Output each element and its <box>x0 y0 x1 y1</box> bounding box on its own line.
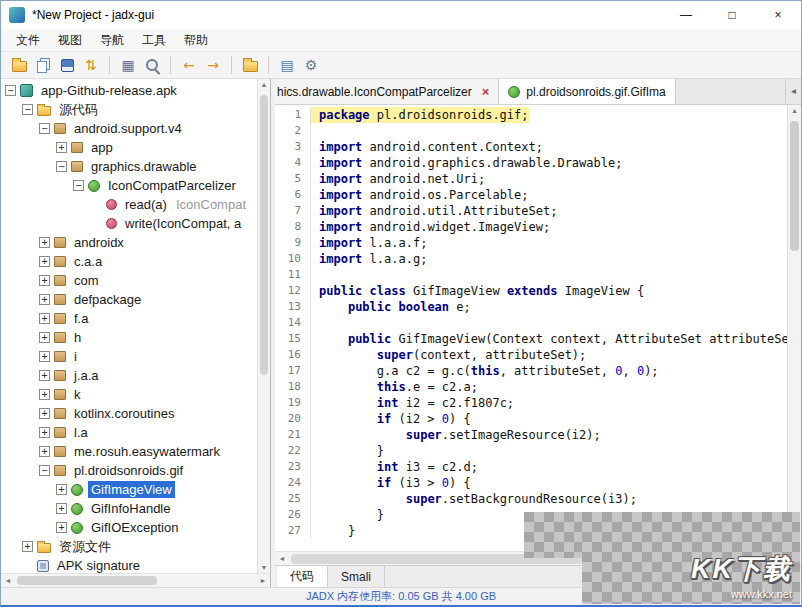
code-line[interactable]: 8import android.widget.ImageView; <box>275 219 787 235</box>
code-line[interactable]: 14 <box>275 315 787 331</box>
tree-expander-icon[interactable]: + <box>22 541 33 552</box>
tree-expander-icon[interactable]: + <box>39 256 50 267</box>
tree-horizontal-scrollbar[interactable]: ◄ ► <box>1 573 270 587</box>
minimize-button[interactable]: — <box>663 1 709 29</box>
scroll-down-icon[interactable]: ▼ <box>258 564 270 571</box>
menu-item-3[interactable]: 工具 <box>133 30 175 51</box>
tree-vscroll-thumb[interactable] <box>260 95 268 375</box>
scroll-right-icon[interactable]: ► <box>256 574 270 587</box>
tree-expander-icon[interactable]: + <box>39 294 50 305</box>
tree-expander-icon[interactable]: + <box>56 503 67 514</box>
tree-expander-icon[interactable]: + <box>39 446 50 457</box>
code-line[interactable]: 12public class GifImageView extends Imag… <box>275 283 787 299</box>
code-line[interactable]: 18 this.e = c2.a; <box>275 379 787 395</box>
scroll-left-icon[interactable]: ◄ <box>1 574 15 587</box>
tree-row[interactable]: +l.a <box>1 423 257 442</box>
tree-row[interactable]: +app <box>1 138 257 157</box>
code-line[interactable]: 22 } <box>275 443 787 459</box>
code-line[interactable]: 20 if (i2 > 0) { <box>275 411 787 427</box>
tree-expander-icon[interactable]: + <box>56 142 67 153</box>
tree-expander-icon[interactable]: − <box>39 123 50 134</box>
tree-row[interactable]: +h <box>1 328 257 347</box>
scroll-up-icon[interactable]: ▲ <box>258 81 270 88</box>
tree-expander-icon[interactable]: − <box>22 104 33 115</box>
tree-row[interactable]: −pl.droidsonroids.gif <box>1 461 257 480</box>
tree-row[interactable]: write(IconCompat, a <box>1 214 257 233</box>
tree-expander-icon[interactable]: − <box>39 465 50 476</box>
tree-row[interactable]: +i <box>1 347 257 366</box>
tree-expander-icon[interactable]: − <box>56 161 67 172</box>
code-line[interactable]: 23 int i3 = c2.d; <box>275 459 787 475</box>
tree-row[interactable]: +j.a.a <box>1 366 257 385</box>
code-line[interactable]: 15 public GifImageView(Context context, … <box>275 331 787 347</box>
forward-button[interactable]: → <box>201 54 225 76</box>
tree-expander-icon[interactable]: + <box>56 484 67 495</box>
tree-row[interactable]: −IconCompatParcelizer <box>1 176 257 195</box>
code-line[interactable]: 13 public boolean e; <box>275 299 787 315</box>
code-line[interactable]: 16 super(context, attributeSet); <box>275 347 787 363</box>
tree-expander-icon[interactable]: − <box>73 180 84 191</box>
code-line[interactable]: 19 int i2 = c2.f1807c; <box>275 395 787 411</box>
back-button[interactable]: ← <box>177 54 201 76</box>
code-line[interactable]: 25 super.setBackgroundResource(i3); <box>275 491 787 507</box>
scroll-up-icon[interactable]: ▲ <box>788 107 801 114</box>
log-viewer-button[interactable]: ▤ <box>275 54 299 76</box>
tree-hscroll-thumb[interactable] <box>17 576 157 585</box>
menu-item-2[interactable]: 导航 <box>91 30 133 51</box>
tree-row[interactable]: +GifIOException <box>1 518 257 537</box>
tree-row[interactable]: −app-Github-release.apk <box>1 81 257 100</box>
tree-row[interactable]: +k <box>1 385 257 404</box>
tree-expander-icon[interactable]: − <box>5 85 16 96</box>
code-line[interactable]: 9import l.a.a.f; <box>275 235 787 251</box>
maximize-button[interactable]: □ <box>709 1 755 29</box>
text-search-button[interactable] <box>140 54 164 76</box>
tree-expander-icon[interactable]: + <box>39 408 50 419</box>
close-button[interactable]: × <box>755 1 801 29</box>
code-line[interactable]: 10import l.a.a.g; <box>275 251 787 267</box>
tree-row[interactable]: +资源文件 <box>1 537 257 556</box>
tree-expander-icon[interactable]: + <box>39 275 50 286</box>
tree-row[interactable]: −graphics.drawable <box>1 157 257 176</box>
tree-row[interactable]: +kotlinx.coroutines <box>1 404 257 423</box>
tree-expander-icon[interactable]: + <box>39 389 50 400</box>
tree-row[interactable]: +com <box>1 271 257 290</box>
tree-row[interactable]: −android.support.v4 <box>1 119 257 138</box>
tree-row[interactable]: +defpackage <box>1 290 257 309</box>
menu-item-4[interactable]: 帮助 <box>175 30 217 51</box>
deobfuscation-button[interactable]: ▦ <box>116 54 140 76</box>
code-area[interactable]: 1package pl.droidsonroids.gif;23import a… <box>275 105 787 551</box>
save-all-button[interactable] <box>55 54 79 76</box>
tree-expander-icon[interactable]: + <box>39 313 50 324</box>
code-line[interactable]: 21 super.setImageResource(i2); <box>275 427 787 443</box>
code-line[interactable]: 17 g.a c2 = g.c(this, attributeSet, 0, 0… <box>275 363 787 379</box>
bottom-tab-0[interactable]: 代码 <box>277 566 328 587</box>
tree-row[interactable]: +GifImageView <box>1 480 257 499</box>
editor-vertical-scrollbar[interactable]: ▲ ▼ <box>787 105 801 551</box>
menu-item-1[interactable]: 视图 <box>49 30 91 51</box>
scroll-left-icon[interactable]: ◄ <box>275 552 289 565</box>
reload-button[interactable]: ⇅ <box>79 54 103 76</box>
tree-expander-icon[interactable]: + <box>39 351 50 362</box>
editor-tab-0[interactable]: hics.drawable.IconCompatParcelizer× <box>275 79 499 104</box>
code-line[interactable]: 11 <box>275 267 787 283</box>
tree-vertical-scrollbar[interactable]: ▲ ▼ <box>257 79 270 573</box>
tree-expander-icon[interactable]: + <box>39 370 50 381</box>
tree-expander-icon[interactable]: + <box>39 427 50 438</box>
tree-row[interactable]: +me.rosuh.easywatermark <box>1 442 257 461</box>
bottom-tab-1[interactable]: Smali <box>328 566 385 587</box>
editor-tab-1[interactable]: pl.droidsonroids.gif.GifIma <box>499 79 675 104</box>
editor-vscroll-thumb[interactable] <box>790 121 799 251</box>
tree-row[interactable]: +f.a <box>1 309 257 328</box>
tab-close-icon[interactable]: × <box>482 84 490 99</box>
tree-row[interactable]: APK signature <box>1 556 257 573</box>
code-line[interactable]: 5import android.net.Uri; <box>275 171 787 187</box>
tree-row[interactable]: +GifInfoHandle <box>1 499 257 518</box>
code-line[interactable]: 6import android.os.Parcelable; <box>275 187 787 203</box>
preferences-button[interactable]: ⚙ <box>299 54 323 76</box>
tree-row[interactable]: +c.a.a <box>1 252 257 271</box>
open-file-button[interactable] <box>7 54 31 76</box>
tree-row[interactable]: +androidx <box>1 233 257 252</box>
code-line[interactable]: 2 <box>275 123 787 139</box>
tree-expander-icon[interactable]: + <box>56 522 67 533</box>
tree-expander-icon[interactable]: + <box>39 237 50 248</box>
